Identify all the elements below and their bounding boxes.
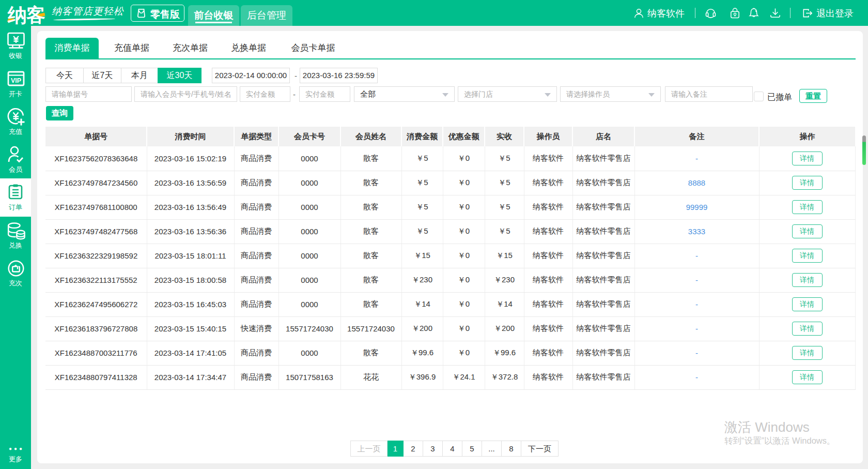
svg-text:VIP: VIP bbox=[11, 77, 21, 84]
